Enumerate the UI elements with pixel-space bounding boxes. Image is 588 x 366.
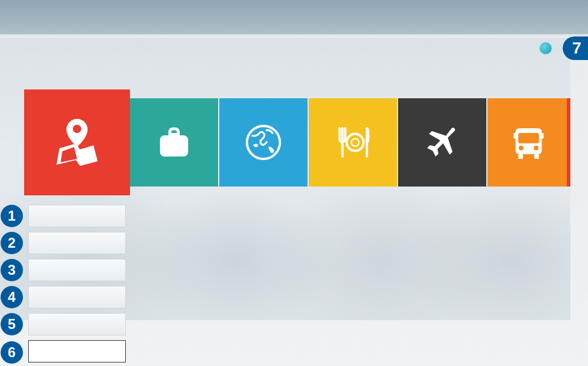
globe-icon [240,119,287,166]
svg-point-3 [352,139,359,147]
map-location-tile[interactable] [24,89,130,195]
bag-tile[interactable] [130,98,218,187]
list-item[interactable] [28,205,126,227]
svg-rect-10 [513,133,516,139]
category-tiles [130,98,570,187]
tile-edge-indicator [567,98,570,187]
step-badge-4: 4 [1,286,23,308]
count-badge: 7 [563,36,588,60]
svg-rect-11 [541,133,544,139]
step-badge-5: 5 [1,313,23,335]
sidebar-list [28,205,126,366]
list-item[interactable] [28,340,126,362]
svg-point-1 [247,126,280,159]
svg-point-6 [519,146,523,151]
svg-rect-0 [160,135,188,157]
step-badge-2: 2 [1,232,23,254]
map-pin-icon [48,113,106,172]
bus-tile[interactable] [487,98,570,187]
svg-rect-5 [518,133,539,144]
list-item[interactable] [28,232,126,254]
step-badge-1: 1 [1,205,23,227]
count-badge-value: 7 [572,39,582,58]
top-banner [0,0,588,34]
food-tile[interactable] [309,98,397,187]
step-badge-6: 6 [1,341,23,364]
airplane-icon [419,119,466,166]
svg-rect-8 [518,154,523,159]
list-item[interactable] [28,313,126,335]
svg-rect-9 [534,154,539,159]
list-item[interactable] [28,286,126,308]
list-item[interactable] [28,259,126,281]
record-indicator-icon [540,42,552,54]
svg-point-7 [534,146,539,151]
step-badge-3: 3 [1,259,23,281]
suitcase-icon [151,119,198,166]
globe-tile[interactable] [219,98,308,187]
bus-icon [505,119,552,166]
restaurant-icon [329,119,376,166]
flight-tile[interactable] [398,98,486,187]
svg-point-2 [347,134,364,151]
